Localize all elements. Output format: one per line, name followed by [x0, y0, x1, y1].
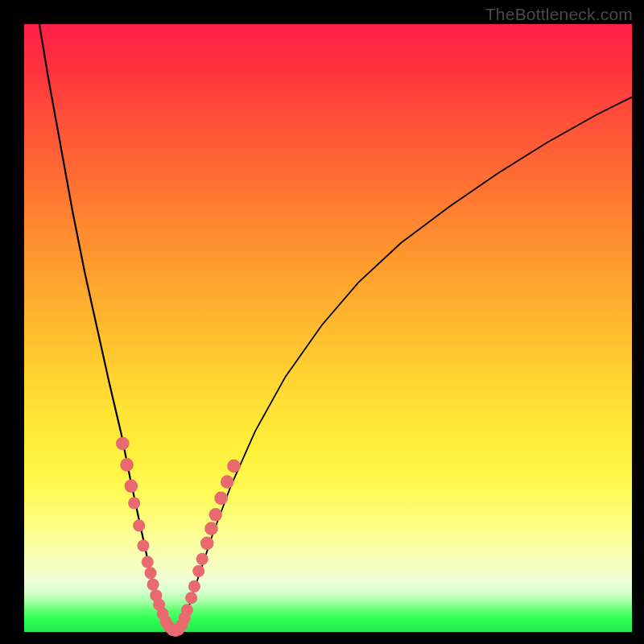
highlight-dot [227, 460, 241, 473]
highlight-dot [147, 579, 159, 591]
highlight-dot [142, 556, 154, 568]
highlight-dot [192, 565, 204, 577]
chart-frame: TheBottleneck.com [0, 0, 644, 644]
highlight-dot [221, 475, 234, 489]
highlight-dot [120, 458, 134, 472]
chart-svg [24, 24, 632, 632]
highlight-dot [200, 536, 214, 550]
highlight-dot [185, 592, 197, 604]
watermark-text: TheBottleneck.com [485, 5, 633, 24]
highlight-dot [133, 519, 145, 531]
highlight-dot [137, 539, 149, 551]
highlight-dot [204, 522, 218, 535]
highlight-dots [116, 437, 241, 637]
highlight-dot [144, 567, 156, 579]
plot-area [24, 24, 632, 632]
curve-group [39, 24, 632, 632]
highlight-dot [214, 492, 228, 506]
highlight-dot [128, 497, 140, 509]
highlight-dot [209, 508, 223, 522]
highlight-dot [116, 437, 130, 451]
left-curve [39, 24, 169, 630]
right-curve [180, 97, 632, 630]
highlight-dot [188, 580, 200, 592]
highlight-dot [196, 553, 208, 565]
highlight-dot [125, 479, 138, 493]
highlight-dot [181, 604, 193, 616]
